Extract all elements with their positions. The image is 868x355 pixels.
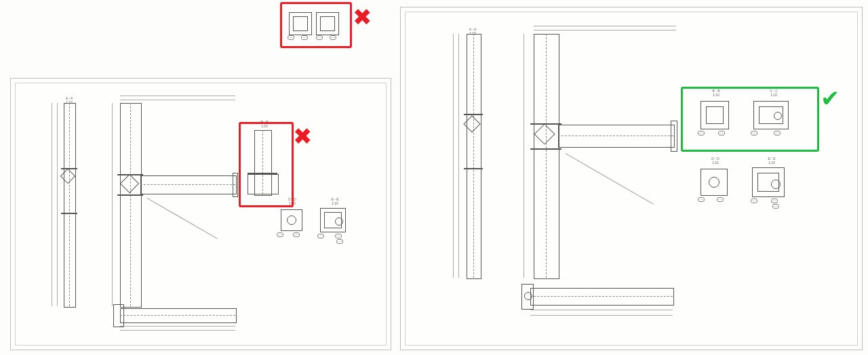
left-section-d-d: D - D 1:10 —— —— xyxy=(275,204,309,241)
right-main-elevation xyxy=(516,22,687,281)
mark-wrong-overflow: ✖ xyxy=(353,5,372,28)
callout-correct-fit xyxy=(681,87,819,152)
left-main-elevation xyxy=(106,92,243,310)
sheet-right-correct: A - A 1:10 B - xyxy=(400,7,863,350)
sheet-left-wrong: A - A 1:10 xyxy=(10,78,391,350)
mark-wrong-overlap: ✖ xyxy=(293,125,312,148)
left-section-e-e: E - E 1:10 —— —— —— xyxy=(316,204,354,245)
mark-correct: ✔ xyxy=(821,87,840,110)
left-bottom-plan xyxy=(106,302,243,334)
section-e-e-title: E - E 1:10 xyxy=(316,197,354,205)
right-bottom-plan xyxy=(513,282,684,320)
callout-overflow-wrong xyxy=(280,2,352,48)
right-section-a-a: A - A 1:10 xyxy=(448,33,497,278)
right-section-d-d: D - D 1:10 —— —— xyxy=(692,163,738,211)
callout-overlap-wrong xyxy=(239,122,294,207)
comparison-canvas: A - A 1:10 xyxy=(0,0,868,355)
left-section-a-a: A - A 1:10 xyxy=(48,102,90,307)
right-section-e-e: E - E 1:10 —— —— —— xyxy=(747,163,797,215)
